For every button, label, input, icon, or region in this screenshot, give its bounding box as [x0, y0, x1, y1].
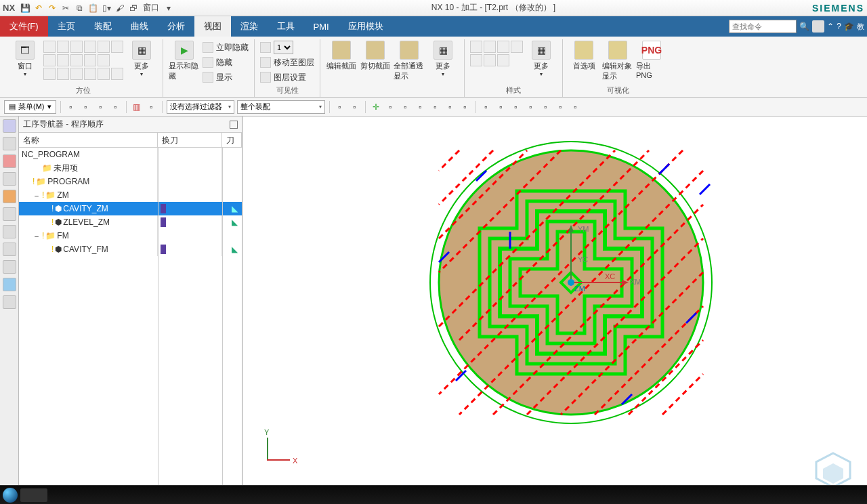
show[interactable]: 显示 [203, 70, 249, 84]
edit-section[interactable]: 编辑截面 [326, 41, 357, 71]
t-ic-f[interactable]: ▫ [415, 101, 427, 113]
maximize-icon[interactable] [230, 121, 238, 129]
lb-icon-3[interactable] [3, 154, 16, 168]
cut-icon[interactable]: ✂ [60, 2, 72, 14]
show-hide-button[interactable]: ▶显示和隐藏 [169, 41, 200, 81]
more-orientation[interactable]: ▦更多▾ [126, 41, 157, 77]
sel-icon-5[interactable]: ▥ [131, 101, 143, 113]
see-thru[interactable]: 全部通透显示 [394, 41, 425, 81]
filter-select-1[interactable]: 没有选择过滤器▾ [167, 100, 234, 114]
col-tool[interactable]: 刀 [222, 133, 242, 147]
sel-icon-3[interactable]: ▫ [95, 101, 107, 113]
tab-pmi[interactable]: PMI [304, 16, 339, 37]
start-button-icon[interactable] [3, 488, 18, 503]
tab-assembly[interactable]: 装配 [85, 16, 121, 37]
doc-icon[interactable]: ▯▾ [100, 2, 112, 14]
tab-tools[interactable]: 工具 [268, 16, 304, 37]
lb-part-icon[interactable] [3, 137, 16, 150]
sel-icon-6[interactable]: ▫ [146, 101, 158, 113]
taskbar-item[interactable] [20, 488, 47, 502]
sel-icon-4[interactable]: ▫ [110, 101, 122, 113]
edit-obj-display[interactable]: 编辑对象显示 [602, 41, 633, 81]
lb-icon-4[interactable] [3, 172, 16, 186]
more-section[interactable]: ▦更多▾ [427, 41, 459, 77]
selection-toolbar: ▤ 菜单(M) ▾ ▫ ▫ ▫ ▫ ▥ ▫ 没有选择过滤器▾ 整个装配▾ ▫ ▫… [0, 98, 867, 117]
lb-icon-11[interactable] [3, 295, 16, 309]
redo-icon[interactable]: ↷ [46, 2, 58, 14]
tab-home[interactable]: 主页 [48, 16, 85, 37]
tree-unused: 📁 未用项 [19, 161, 242, 175]
brush-icon[interactable]: 🖌 [114, 2, 126, 14]
menu-button[interactable]: ▤ 菜单(M) ▾ [4, 100, 56, 114]
t-ic-c[interactable]: ✛ [370, 101, 382, 113]
lb-icon-6[interactable] [3, 207, 16, 221]
paste-icon[interactable]: 📋 [87, 2, 99, 14]
t-ic-a[interactable]: ▫ [334, 101, 346, 113]
lb-icon-8[interactable] [3, 243, 16, 256]
collapse-ribbon-icon[interactable]: ⌃ [827, 22, 834, 31]
main-area: 工序导航器 - 程序顺序 名称 换刀 刀 NC_PROGRAM 📁 未用项 ! … [0, 117, 867, 504]
t-ic-j[interactable]: ▫ [480, 101, 492, 113]
col-name[interactable]: 名称 [19, 133, 158, 147]
tab-render[interactable]: 渲染 [231, 16, 268, 37]
sel-icon-2[interactable]: ▫ [80, 101, 92, 113]
lb-nav-icon[interactable] [3, 119, 16, 133]
lb-icon-10[interactable] [3, 278, 16, 291]
siemens-brand: SIEMENS [812, 3, 864, 14]
fullscreen-icon[interactable] [812, 20, 824, 33]
t-ic-d[interactable]: ▫ [385, 101, 397, 113]
chevron-down-icon[interactable]: ▾ [163, 2, 175, 14]
window-icon[interactable]: 🗗 [127, 2, 140, 14]
file-menu[interactable]: 文件(F) [0, 16, 48, 37]
teach-label[interactable]: 教 [857, 22, 864, 32]
operation-navigator: 工序导航器 - 程序顺序 名称 换刀 刀 NC_PROGRAM 📁 未用项 ! … [19, 117, 242, 504]
hide[interactable]: 隐藏 [203, 56, 249, 69]
move-to-layer[interactable]: 移动至图层 [260, 56, 314, 69]
search-icon[interactable]: 🔍 [799, 22, 809, 31]
lb-icon-5[interactable] [3, 190, 16, 203]
t-ic-p[interactable]: ▫ [570, 101, 582, 113]
t-ic-b[interactable]: ▫ [349, 101, 361, 113]
filter-select-2[interactable]: 整个装配▾ [237, 100, 325, 114]
t-ic-m[interactable]: ▫ [525, 101, 537, 113]
save-icon[interactable]: 💾 [19, 2, 31, 14]
tab-appmodule[interactable]: 应用模块 [339, 16, 393, 37]
t-ic-g[interactable]: ▫ [429, 101, 442, 113]
export-png[interactable]: PNG导出 PNG [636, 41, 667, 79]
copy-icon[interactable]: ⧉ [73, 2, 85, 14]
operation-tree[interactable]: NC_PROGRAM 📁 未用项 ! 📁 PROGRAM –! 📁 ZM ! ⬢… [19, 148, 242, 493]
tab-curve[interactable]: 曲线 [121, 16, 158, 37]
window-button[interactable]: 🗔窗口▾ [9, 41, 41, 77]
window-menu[interactable]: 窗口 [141, 2, 161, 14]
style-icons[interactable] [470, 41, 523, 66]
t-ic-e[interactable]: ▫ [400, 101, 412, 113]
more-style[interactable]: ▦更多▾ [526, 41, 557, 77]
tab-analysis[interactable]: 分析 [158, 16, 194, 37]
t-ic-k[interactable]: ▫ [495, 101, 507, 113]
graduation-icon[interactable]: 🎓 [844, 22, 854, 31]
layer-select[interactable]: 1 [260, 41, 314, 54]
t-ic-l[interactable]: ▫ [510, 101, 522, 113]
command-search[interactable] [729, 20, 797, 33]
sel-icon-1[interactable]: ▫ [65, 101, 77, 113]
lb-icon-7[interactable] [3, 225, 16, 238]
graphics-viewport[interactable]: YM YC XC XM ZM Y X [242, 117, 867, 504]
col-toolchange[interactable]: 换刀 [158, 133, 222, 147]
t-ic-n[interactable]: ▫ [540, 101, 552, 113]
hide-now[interactable]: 立即隐藏 [203, 41, 249, 54]
svg-line-21 [700, 184, 710, 194]
orientation-icons[interactable] [43, 41, 123, 80]
t-ic-i[interactable]: ▫ [459, 101, 471, 113]
t-ic-o[interactable]: ▫ [555, 101, 567, 113]
layer-settings[interactable]: 图层设置 [260, 70, 314, 84]
help-icon[interactable]: ? [837, 22, 841, 31]
app-name: NX [3, 3, 15, 13]
preferences[interactable]: 首选项 [568, 41, 599, 71]
clip-section[interactable]: 剪切截面 [360, 41, 391, 71]
windows-taskbar[interactable] [0, 485, 867, 504]
t-ic-h[interactable]: ▫ [444, 101, 457, 113]
tab-view[interactable]: 视图 [194, 16, 231, 37]
lb-icon-9[interactable] [3, 260, 16, 274]
undo-icon[interactable]: ↶ [33, 2, 45, 14]
svg-line-13 [439, 150, 459, 171]
